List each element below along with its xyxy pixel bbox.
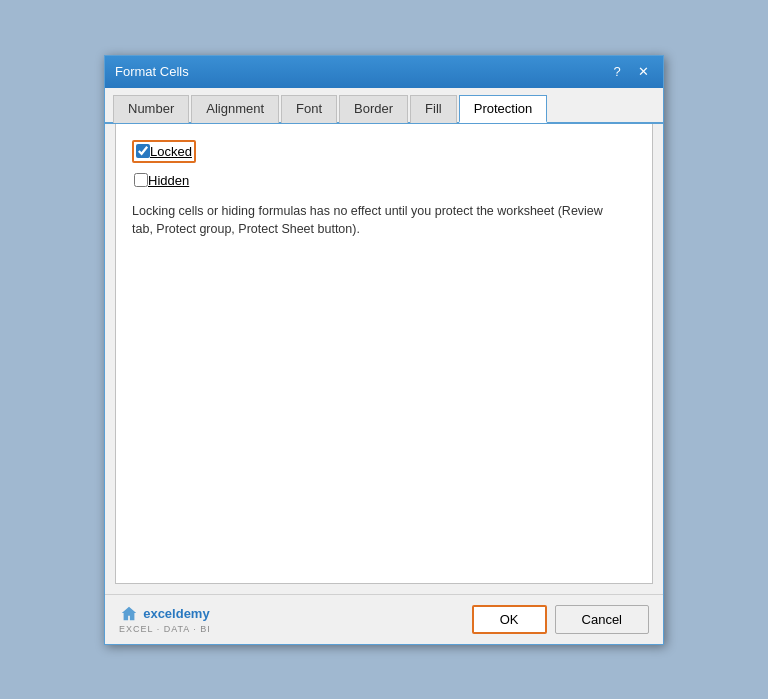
title-bar-controls: ? ✕ (607, 62, 653, 82)
locked-label[interactable]: Locked (150, 144, 192, 159)
ok-button[interactable]: OK (472, 605, 547, 634)
locked-row: Locked (132, 140, 636, 163)
title-bar: Format Cells ? ✕ (105, 56, 663, 88)
footer-buttons: OK Cancel (472, 605, 649, 634)
brand-name: exceldemy (143, 606, 210, 621)
brand-house-icon (120, 605, 138, 623)
tab-border[interactable]: Border (339, 95, 408, 123)
tab-number[interactable]: Number (113, 95, 189, 123)
title-bar-left: Format Cells (115, 64, 189, 79)
protection-info-text: Locking cells or hiding formulas has no … (132, 202, 612, 240)
tab-bar: Number Alignment Font Border Fill Protec… (105, 88, 663, 124)
brand-area: exceldemy EXCEL · DATA · BI (119, 605, 211, 634)
close-button[interactable]: ✕ (633, 62, 653, 82)
tab-content-protection: Locked Hidden Locking cells or hiding fo… (115, 124, 653, 584)
tab-font[interactable]: Font (281, 95, 337, 123)
hidden-label[interactable]: Hidden (148, 173, 189, 188)
brand-tagline: EXCEL · DATA · BI (119, 624, 211, 634)
brand-logo: exceldemy (120, 605, 210, 623)
hidden-checkbox[interactable] (134, 173, 148, 187)
footer: exceldemy EXCEL · DATA · BI OK Cancel (105, 594, 663, 644)
locked-checkbox-wrapper: Locked (132, 140, 196, 163)
tab-fill[interactable]: Fill (410, 95, 457, 123)
help-button[interactable]: ? (607, 62, 627, 82)
hidden-checkbox-wrapper: Hidden (132, 171, 191, 190)
hidden-row: Hidden (132, 171, 636, 190)
tab-alignment[interactable]: Alignment (191, 95, 279, 123)
tab-protection[interactable]: Protection (459, 95, 548, 123)
locked-checkbox[interactable] (136, 144, 150, 158)
format-cells-dialog: Format Cells ? ✕ Number Alignment Font B… (104, 55, 664, 645)
dialog-title: Format Cells (115, 64, 189, 79)
cancel-button[interactable]: Cancel (555, 605, 649, 634)
